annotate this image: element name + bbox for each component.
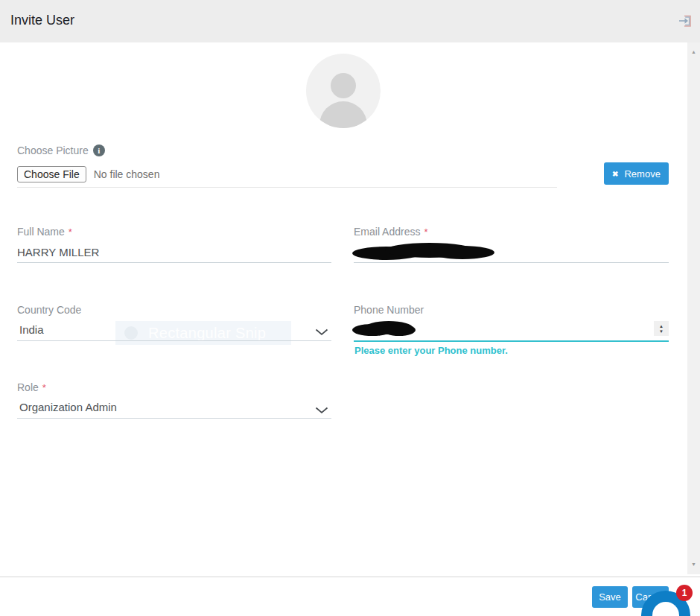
- phone-validation-message: Please enter your Phone number.: [354, 345, 508, 356]
- chat-widget[interactable]: 1: [641, 591, 690, 616]
- snip-dot-icon: [124, 326, 138, 340]
- country-code-field: Country Code: [17, 304, 81, 316]
- full-name-field: Full Name *: [17, 226, 72, 238]
- file-input-row: Choose File No file chosen: [17, 166, 159, 182]
- no-file-chosen-text: No file chosen: [94, 168, 160, 180]
- notification-badge: 1: [676, 585, 693, 601]
- choose-file-button[interactable]: Choose File: [17, 166, 86, 182]
- avatar-silhouette-body: [319, 101, 367, 128]
- full-name-label: Full Name: [17, 226, 65, 238]
- phone-label: Phone Number: [354, 304, 424, 316]
- header-bar: Invite User: [0, 0, 700, 42]
- exit-icon[interactable]: [677, 13, 693, 29]
- page-title: Invite User: [10, 13, 74, 28]
- chevron-down-icon[interactable]: [315, 326, 328, 339]
- role-field: Role *: [17, 381, 46, 393]
- email-redaction-scribble[interactable]: [352, 241, 495, 264]
- chevron-down-icon[interactable]: [315, 404, 328, 417]
- scroll-up-icon[interactable]: ▲: [687, 47, 700, 57]
- phone-field: Phone Number: [354, 304, 424, 316]
- rectangular-snip-watermark: Rectangular Snip: [115, 321, 291, 345]
- avatar-silhouette-head: [331, 73, 356, 98]
- role-underline: [17, 418, 331, 419]
- choose-picture-label: Choose Picture: [17, 145, 89, 156]
- role-label: Role: [17, 381, 39, 393]
- full-name-underline: [17, 262, 331, 263]
- chat-face-icon: [652, 602, 679, 616]
- role-select[interactable]: Organization Admin: [19, 401, 117, 413]
- required-asterisk: *: [69, 226, 72, 238]
- save-button[interactable]: Save: [592, 586, 628, 608]
- phone-underline: [354, 340, 669, 342]
- full-name-input[interactable]: HARRY MILLER: [17, 246, 99, 258]
- remove-button-label: Remove: [624, 168, 660, 180]
- email-label: Email Address: [354, 226, 420, 238]
- file-input-underline: [17, 187, 557, 188]
- country-code-label: Country Code: [17, 304, 81, 316]
- scroll-down-icon[interactable]: ▼: [687, 559, 700, 570]
- choose-picture-row: Choose Picture i: [17, 145, 105, 156]
- vertical-scrollbar[interactable]: ▲ ▼: [687, 42, 700, 574]
- footer-divider: [0, 577, 700, 577]
- info-icon[interactable]: i: [93, 145, 105, 156]
- required-asterisk: *: [424, 226, 427, 238]
- remove-x-icon: ✖: [612, 170, 618, 178]
- watermark-text: Rectangular Snip: [148, 325, 266, 342]
- avatar: [306, 54, 381, 128]
- phone-number-stepper[interactable]: ▲ ▼: [654, 321, 669, 336]
- stepper-up-icon[interactable]: ▲: [659, 324, 664, 328]
- remove-picture-button[interactable]: ✖ Remove: [604, 162, 669, 185]
- invite-user-page: Invite User Choose Picture i Choose File…: [0, 0, 700, 616]
- country-code-select[interactable]: India: [19, 323, 44, 336]
- stepper-down-icon[interactable]: ▼: [659, 329, 664, 334]
- email-field: Email Address *: [354, 226, 428, 238]
- phone-redaction-scribble[interactable]: [352, 320, 418, 340]
- country-code-underline: [17, 340, 331, 341]
- required-asterisk: *: [42, 382, 46, 393]
